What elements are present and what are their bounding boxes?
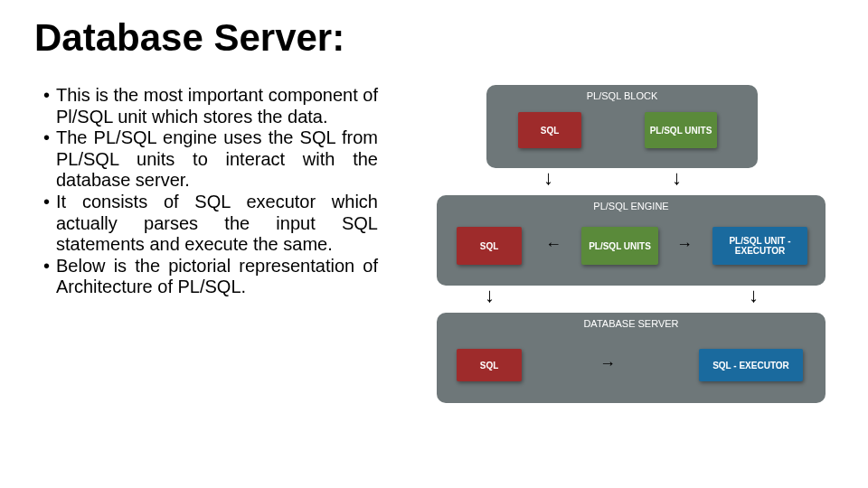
box-sql-executor: SQL - EXECUTOR — [699, 349, 803, 381]
block-title-plsql-block: PL/SQL BLOCK — [486, 85, 758, 105]
box-plsql-units-1: PL/SQL UNITS — [645, 112, 717, 148]
bullet-item: It consists of SQL executor which actual… — [43, 192, 378, 256]
bullet-list: This is the most important component of … — [43, 85, 378, 298]
arrow-down-icon: ↓ — [749, 286, 759, 305]
arrow-down-icon: ↓ — [485, 286, 495, 305]
plsql-engine: PL/SQL ENGINE SQL PL/SQL UNITS PL/SQL UN… — [437, 195, 826, 286]
block-title-database-server: DATABASE SERVER — [437, 313, 826, 333]
arrow-right-icon: → — [599, 355, 616, 371]
arrow-down-icon: ↓ — [672, 168, 682, 188]
bullet-item: The PL/SQL engine uses the SQL from PL/S… — [43, 127, 378, 192]
page-title: Database Server: — [0, 0, 868, 60]
architecture-diagram: PL/SQL BLOCK SQL PL/SQL UNITS ↓ ↓ PL/SQL… — [405, 85, 850, 298]
plsql-block: PL/SQL BLOCK SQL PL/SQL UNITS — [486, 85, 758, 168]
box-plsql-unit-executor: PL/SQL UNIT - EXECUTOR — [712, 227, 807, 265]
block-title-plsql-engine: PL/SQL ENGINE — [437, 195, 826, 215]
box-plsql-units-2: PL/SQL UNITS — [581, 227, 658, 265]
bullet-item: This is the most important component of … — [43, 85, 378, 127]
arrow-right-icon: → — [676, 236, 693, 252]
box-sql-1: SQL — [518, 112, 581, 148]
content-area: This is the most important component of … — [0, 60, 868, 298]
database-server: DATABASE SERVER SQL SQL - EXECUTOR → — [437, 313, 826, 403]
arrow-down-icon: ↓ — [543, 168, 553, 188]
bullet-item: Below is the pictorial representation of… — [43, 256, 378, 298]
box-sql-2: SQL — [457, 227, 522, 265]
box-sql-3: SQL — [457, 349, 522, 381]
arrow-left-icon: ← — [545, 236, 561, 252]
